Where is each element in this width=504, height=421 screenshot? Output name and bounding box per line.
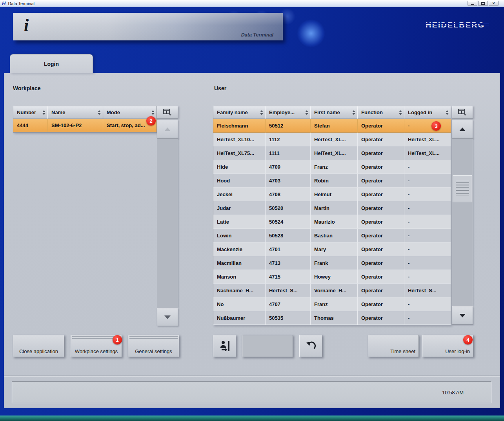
user-column-chooser-button[interactable] bbox=[452, 106, 473, 118]
button-label: Workplace settings bbox=[71, 348, 122, 354]
table-cell: Maurizio bbox=[311, 215, 358, 229]
table-cell: Bastian bbox=[311, 229, 358, 242]
maximize-button[interactable] bbox=[478, 1, 488, 6]
table-cell: Operator bbox=[358, 297, 404, 311]
sort-arrows-icon bbox=[260, 110, 263, 115]
table-cell: - bbox=[404, 311, 451, 325]
table-cell: Jeckel bbox=[213, 188, 266, 201]
table-row[interactable]: Latte50524MaurizioOperator- bbox=[213, 215, 451, 229]
table-cell: Lowin bbox=[213, 229, 266, 242]
table-cell: HeiTest_S... bbox=[404, 284, 451, 297]
user-scrollbar-track[interactable] bbox=[452, 139, 473, 306]
workplace-scrollbar-track[interactable] bbox=[157, 139, 178, 308]
time-sheet-button[interactable]: Time sheet bbox=[368, 335, 419, 357]
table-cell: Manson bbox=[213, 270, 266, 284]
table-row[interactable]: HeiTest_XL75...1111HeiTest_XL...Operator… bbox=[213, 146, 451, 160]
sort-arrows-icon bbox=[446, 110, 449, 115]
workplace-table-body: 4444SM-102-6-P2Start, stop, ad... bbox=[13, 119, 156, 132]
bottom-accent-bar bbox=[0, 416, 504, 421]
minimize-icon bbox=[471, 4, 474, 5]
table-cell: - bbox=[404, 229, 451, 242]
workplace-scroll-down-button[interactable] bbox=[157, 308, 178, 326]
column-header-label: Mode bbox=[107, 109, 120, 115]
table-row[interactable]: No4707FranzOperator- bbox=[213, 297, 451, 311]
user-scrollbar-thumb[interactable] bbox=[453, 175, 472, 202]
table-cell: Fleischmann bbox=[213, 119, 266, 133]
user-scroll-down-button[interactable] bbox=[452, 306, 473, 324]
user-scroll-up-button[interactable] bbox=[452, 120, 473, 139]
table-cell: Operator bbox=[358, 146, 404, 160]
table-cell: No bbox=[213, 297, 266, 311]
table-row[interactable]: Jeckel4708HelmutOperator- bbox=[213, 188, 451, 201]
info-symbol: i bbox=[24, 15, 29, 35]
column-header[interactable]: Employe... bbox=[266, 106, 311, 119]
column-header-label: First name bbox=[314, 109, 340, 115]
workplace-column-chooser-button[interactable] bbox=[157, 106, 178, 118]
table-row-selected[interactable]: 4444SM-102-6-P2Start, stop, ad... bbox=[13, 119, 156, 132]
user-table-scrollbar bbox=[452, 106, 473, 324]
table-cell: HeiTest_XL... bbox=[311, 133, 358, 146]
annotation-badge-2: 2 bbox=[146, 116, 156, 126]
table-row-selected[interactable]: Fleischmann50512StefanOperator- bbox=[213, 119, 451, 133]
table-row[interactable]: Lowin50528BastianOperator- bbox=[213, 229, 451, 242]
undo-button[interactable] bbox=[299, 335, 322, 357]
table-cell: Howey bbox=[311, 270, 358, 284]
table-row[interactable]: Nußbaumer50535ThomasOperator- bbox=[213, 311, 451, 325]
undo-arrow-icon bbox=[305, 341, 317, 352]
table-cell: - bbox=[404, 174, 451, 188]
table-cell: Operator bbox=[358, 133, 404, 146]
button-label: Close application bbox=[13, 348, 64, 354]
table-cell: HeiTest_XL... bbox=[404, 146, 451, 160]
table-cell: - bbox=[404, 270, 451, 284]
user-table-body: Fleischmann50512StefanOperator-HeiTest_X… bbox=[213, 119, 451, 325]
sort-arrows-icon bbox=[151, 110, 155, 115]
table-row[interactable]: Mackenzie4701MaryOperator- bbox=[213, 242, 451, 256]
table-cell: - bbox=[404, 160, 451, 174]
table-cell: Mary bbox=[311, 242, 358, 256]
table-cell: Robin bbox=[311, 174, 358, 188]
column-header-label: Family name bbox=[217, 109, 248, 115]
column-header[interactable]: First name bbox=[311, 106, 358, 119]
workplace-scroll-up-button[interactable] bbox=[157, 120, 178, 139]
tab-login[interactable]: Login bbox=[10, 54, 93, 73]
app-icon: H bbox=[2, 1, 5, 6]
general-settings-button[interactable]: General settings bbox=[128, 335, 179, 357]
table-row[interactable]: HeiTest_XL10...1112HeiTest_XL...Operator… bbox=[213, 133, 451, 146]
user-table-header: Family nameEmploye...First nameFunctionL… bbox=[213, 106, 451, 119]
table-row[interactable]: Macmillan4713FrankOperator- bbox=[213, 256, 451, 270]
table-cell: HeiTest_XL10... bbox=[213, 133, 266, 146]
column-header-label: Name bbox=[51, 109, 65, 115]
column-header[interactable]: Function bbox=[358, 106, 404, 119]
table-row[interactable]: Judar50520MartinOperator- bbox=[213, 201, 451, 215]
column-header[interactable]: Family name bbox=[213, 106, 266, 119]
close-window-button[interactable]: × bbox=[489, 1, 499, 6]
empty-button[interactable] bbox=[242, 335, 293, 357]
window-controls: × bbox=[468, 1, 499, 6]
clock-time: 10:58 AM bbox=[442, 390, 464, 395]
table-row[interactable]: Nachname_H...HeiTest_S...Vorname_H...Ope… bbox=[213, 284, 451, 297]
sort-arrows-icon bbox=[352, 110, 355, 115]
table-cell: HeiTest_XL... bbox=[404, 133, 451, 146]
table-row[interactable]: Hood4703RobinOperator- bbox=[213, 174, 451, 188]
column-header-label: Logged in bbox=[408, 109, 432, 115]
column-header[interactable]: Logged in bbox=[404, 106, 451, 119]
table-cell: Martin bbox=[311, 201, 358, 215]
table-cell: 4713 bbox=[266, 256, 311, 270]
table-cell: 1112 bbox=[266, 133, 311, 146]
table-cell: 4709 bbox=[266, 160, 311, 174]
table-cell: 4715 bbox=[266, 270, 311, 284]
user-login-icon-button[interactable] bbox=[213, 335, 236, 357]
thumb-grip-icon bbox=[456, 181, 469, 197]
button-grooves bbox=[129, 336, 178, 340]
column-header-label: Number bbox=[17, 109, 36, 115]
table-cell: Operator bbox=[358, 201, 404, 215]
column-header[interactable]: Number bbox=[13, 106, 48, 119]
table-row[interactable]: Hide4709FranzOperator- bbox=[213, 160, 451, 174]
minimize-button[interactable] bbox=[468, 1, 477, 6]
column-header[interactable]: Name bbox=[48, 106, 103, 119]
arrow-down-icon bbox=[459, 314, 466, 317]
button-label: User log-in bbox=[445, 348, 470, 354]
table-row[interactable]: Manson4715HoweyOperator- bbox=[213, 270, 451, 284]
close-application-button[interactable]: Close application bbox=[13, 335, 64, 357]
table-cell: Operator bbox=[358, 160, 404, 174]
